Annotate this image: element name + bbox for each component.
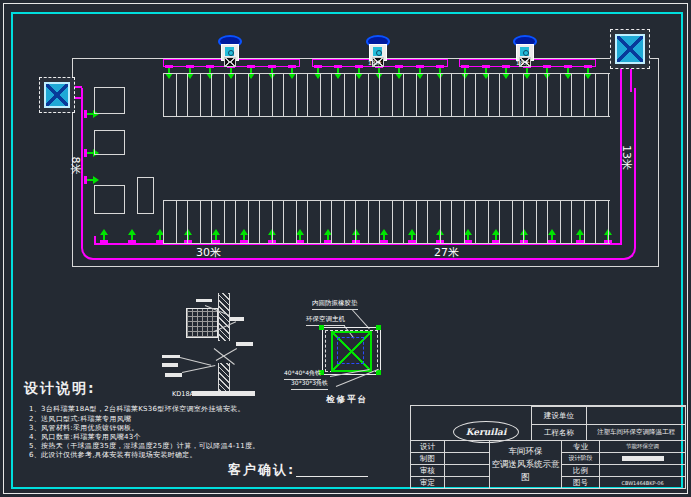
damper-icon	[224, 57, 236, 67]
unit-spacing-label: 18米	[516, 59, 530, 68]
label-rubber-pad: 内圆防振橡胶垫	[312, 299, 358, 310]
meta-value-stage	[599, 452, 685, 464]
detail-b-title: 检修平台	[326, 394, 368, 406]
sign-row-value	[444, 464, 489, 476]
drawing-title-line1: 车间环保	[509, 445, 543, 458]
dimension-bottom-right: 27米	[434, 245, 459, 260]
machine-box	[137, 177, 154, 214]
room-box	[94, 185, 125, 214]
design-note: 1、3台科瑞莱18A型，2台科瑞莱KS36型环保空调室外挂墙安装。	[29, 404, 245, 414]
leader-label-bar	[165, 373, 182, 377]
owner-label: 建设单位	[531, 406, 586, 424]
meta-label: 比例	[561, 464, 599, 476]
drawing-title-line2: 空调送风系统示意图	[490, 458, 561, 484]
leader-label-bar	[230, 317, 244, 321]
meta-value-specialty: 节能环保空调	[599, 440, 685, 452]
project-name-label: 工程名称	[531, 424, 586, 440]
leader-label-bar	[162, 363, 178, 367]
sign-row-value	[444, 476, 489, 488]
leader-label-bar	[162, 355, 180, 358]
owner-value	[586, 406, 685, 424]
cooler-base-dashed	[337, 337, 364, 364]
leader-label-bar	[196, 299, 212, 302]
customer-confirm-signature-line	[296, 476, 368, 477]
evaporative-cooler-unit-right	[610, 29, 650, 69]
evaporative-cooler-unit-left	[39, 77, 75, 113]
sign-row-value	[444, 452, 489, 464]
dimension-left-height: 8米	[68, 157, 83, 175]
meta-label: 设计阶段	[561, 452, 599, 464]
corner-node	[319, 325, 324, 330]
meta-value-scale	[599, 464, 685, 476]
label-cooler-host: 环保空调主机	[306, 315, 345, 326]
wall-mounted-unit	[186, 308, 218, 338]
leader-label-bar	[236, 342, 253, 346]
air-outlet-right-icon	[84, 176, 100, 184]
cooler-fan-icon	[615, 34, 645, 64]
machine-row-top	[163, 73, 610, 117]
corner-node	[376, 325, 381, 330]
project-name-value: 注塑车间环保空调降温工程	[586, 424, 685, 440]
machine-row-bottom	[163, 200, 610, 244]
corner-node	[376, 370, 381, 375]
room-box	[94, 130, 125, 155]
customer-confirm-label: 客户确认:	[228, 461, 295, 479]
redacted-stage-bar	[622, 456, 664, 461]
dimension-right-height: 13米	[619, 145, 634, 170]
duct-bottom-header-elbow	[94, 236, 96, 245]
title-block: Keruilai 建设单位 工程名称 注塑车间环保空调降温工程 设计 制图 审核…	[410, 405, 686, 489]
sign-row-label: 审定	[411, 476, 444, 488]
wall-section-hatch-upper	[218, 293, 230, 341]
cad-drawing-sheet: 18米 18米 8米 13米 30米 27米 KD18A 内圆防振橡胶垫 环保空…	[0, 0, 691, 497]
detail-a-tag: KD18A	[172, 390, 194, 398]
air-outlet-icon	[128, 228, 136, 243]
cooler-fan-icon	[44, 82, 70, 108]
unit-spacing-label: 18米	[368, 59, 382, 68]
dimension-bottom-left: 30米	[196, 245, 221, 260]
design-note: 6、此设计仅供参考,具体安装有待现场安装时确定。	[29, 450, 197, 460]
meta-value-drawing-no: CBW1464BKP-06	[599, 476, 685, 488]
meta-label: 专业	[561, 440, 599, 452]
sign-row-label: 审核	[411, 464, 444, 476]
meta-label: 图号	[561, 476, 599, 488]
sign-row-label: 设计	[411, 440, 444, 452]
company-logo-text: Keruilai	[466, 427, 507, 437]
sign-row-label: 制图	[411, 452, 444, 464]
air-outlet-icon	[100, 228, 108, 243]
sign-row-value	[444, 440, 489, 452]
drawing-title: 车间环保 空调送风系统示意图	[489, 440, 561, 488]
design-notes-heading: 设计说明:	[24, 380, 96, 398]
room-box	[94, 87, 125, 114]
label-angle-steel-small: 30*30*3角铁	[291, 379, 328, 390]
detail-a-tag-bar	[192, 391, 255, 396]
